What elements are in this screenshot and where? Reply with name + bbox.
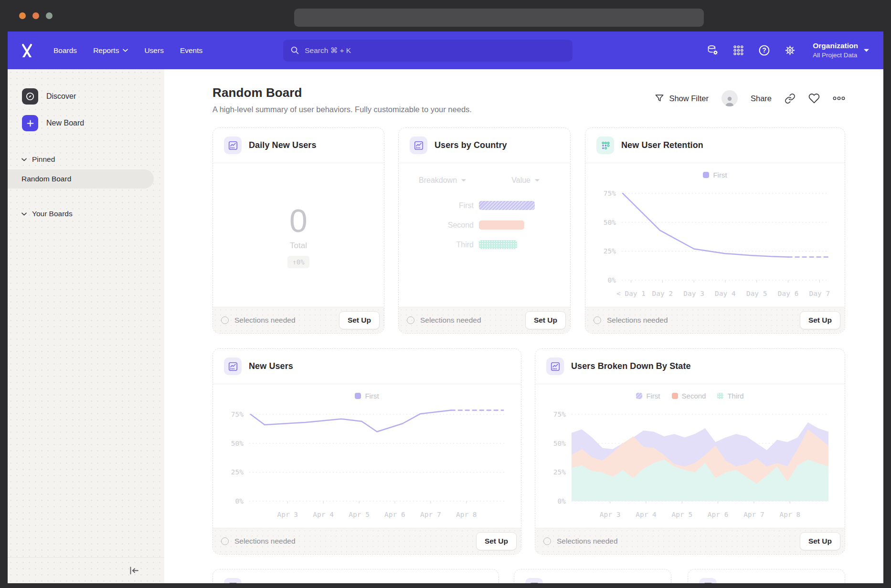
- status-text: Selections needed: [234, 316, 296, 325]
- card-header: Users by Country: [399, 128, 570, 163]
- bar-label: First: [399, 201, 479, 210]
- svg-text:0%: 0%: [235, 497, 244, 505]
- sidebar-section-your-boards[interactable]: Your Boards: [21, 210, 164, 218]
- set-up-button[interactable]: Set Up: [800, 532, 840, 550]
- legend-item: First: [636, 392, 660, 400]
- card-row-2: New Users First 75%50%25%0%Apr 3Apr 4Apr…: [212, 348, 845, 555]
- status-radio-icon: [221, 537, 229, 545]
- retention-chart-body: First 75%50%25%0%< Day 1Day 2Day 3Day 4D…: [585, 163, 845, 307]
- settings-gear-icon[interactable]: [783, 43, 796, 57]
- avatar[interactable]: [721, 90, 738, 106]
- sidebar-item-label: Random Board: [21, 175, 71, 183]
- svg-text:Apr 3: Apr 3: [277, 511, 298, 518]
- horizontal-bar-chart: FirstSecondThird: [399, 201, 570, 249]
- card-title: Users by Country: [435, 140, 507, 150]
- card-users-by-state: Users Broken Down By State FirstSecondTh…: [535, 348, 845, 555]
- svg-text:25%: 25%: [553, 468, 566, 476]
- screen: Boards Reports Users Events: [0, 0, 891, 588]
- set-up-button[interactable]: Set Up: [800, 311, 840, 329]
- svg-text:25%: 25%: [231, 468, 244, 476]
- line-chart-icon: [224, 136, 242, 154]
- sidebar-section-label: Your Boards: [32, 210, 73, 218]
- page-title: Random Board: [212, 85, 472, 100]
- metric-value: 0: [289, 202, 308, 239]
- card-users-by-country: Users by Country Breakdown Value: [398, 127, 571, 334]
- svg-text:50%: 50%: [231, 440, 244, 447]
- sidebar-section-pinned[interactable]: Pinned: [21, 155, 164, 164]
- svg-text:Apr 8: Apr 8: [456, 511, 477, 518]
- value-dropdown-label: Value: [511, 176, 530, 185]
- legend-item: First: [355, 392, 379, 400]
- sidebar-item-new-board[interactable]: New Board: [22, 112, 164, 134]
- search-input[interactable]: [305, 46, 565, 55]
- card-title: New User Retention: [621, 140, 703, 150]
- chevron-down-icon: [864, 49, 869, 52]
- value-dropdown[interactable]: Value: [511, 176, 540, 185]
- line-chart-icon: [224, 357, 242, 375]
- nav-item-reports[interactable]: Reports: [85, 42, 136, 60]
- sidebar-item-random-board[interactable]: Random Board: [8, 169, 154, 189]
- nav-item-boards[interactable]: Boards: [45, 42, 85, 60]
- traffic-light-zoom[interactable]: [46, 12, 53, 19]
- card-stacked-line-graph: Stacked Line Graph: [212, 569, 499, 583]
- collapse-sidebar-icon[interactable]: [128, 566, 139, 575]
- more-options-icon[interactable]: [833, 96, 845, 101]
- stacked-area-chart-body: FirstSecondThird 75%50%25%0%Apr 3Apr 4Ap…: [535, 384, 845, 528]
- chevron-down-icon: [21, 212, 27, 216]
- bar-row: Second: [399, 220, 570, 230]
- org-switcher[interactable]: Organization All Project Data: [813, 41, 869, 60]
- svg-text:Apr 6: Apr 6: [708, 511, 729, 518]
- svg-text:75%: 75%: [553, 410, 566, 418]
- card-title: Daily New Users: [249, 140, 317, 150]
- svg-text:Day 4: Day 4: [715, 290, 736, 297]
- chart-legend: First: [585, 171, 845, 179]
- board-actions: Show Filter Share: [655, 85, 845, 106]
- copy-link-icon[interactable]: [785, 93, 796, 104]
- svg-text:75%: 75%: [231, 410, 244, 418]
- set-up-button[interactable]: Set Up: [476, 532, 517, 550]
- line-chart-icon: [699, 578, 717, 583]
- traffic-light-minimize[interactable]: [32, 12, 39, 19]
- address-bar[interactable]: [294, 9, 704, 27]
- set-up-button[interactable]: Set Up: [525, 311, 566, 329]
- traffic-light-close[interactable]: [19, 12, 26, 19]
- app-layout: Discover New Board Pinned Random Board: [8, 69, 883, 583]
- nav-item-users[interactable]: Users: [136, 42, 171, 60]
- show-filter-label: Show Filter: [669, 94, 709, 103]
- card-header: Daily New Users: [213, 128, 384, 163]
- mixpanel-logo-icon[interactable]: [20, 43, 34, 57]
- breakdown-dropdown[interactable]: Breakdown: [419, 176, 466, 185]
- line-chart-icon: [525, 578, 543, 583]
- set-up-button[interactable]: Set Up: [339, 311, 380, 329]
- show-filter-button[interactable]: Show Filter: [655, 94, 709, 103]
- apps-grid-icon[interactable]: [732, 43, 745, 57]
- global-search[interactable]: [283, 40, 573, 62]
- nav-item-events[interactable]: Events: [172, 42, 211, 60]
- card-title: Stacked Line Graph: [249, 582, 330, 583]
- svg-text:Day 3: Day 3: [683, 290, 704, 297]
- card-footer: Selections needed Set Up: [399, 307, 570, 333]
- sidebar-item-discover[interactable]: Discover: [22, 85, 164, 107]
- status-radio-icon: [594, 316, 601, 324]
- sidebar-collapse-bar: [8, 557, 164, 583]
- status-radio-icon: [407, 316, 414, 324]
- nav-item-users-label: Users: [144, 46, 163, 55]
- favorite-heart-icon[interactable]: [808, 93, 820, 104]
- share-button[interactable]: Share: [751, 94, 772, 103]
- retention-line-chart: 75%50%25%0%< Day 1Day 2Day 3Day 4Day 5Da…: [592, 180, 837, 299]
- legend-swatch: [636, 393, 642, 399]
- data-management-icon[interactable]: [706, 43, 719, 57]
- card-header: New Users: [213, 349, 521, 384]
- help-icon[interactable]: ?: [757, 43, 771, 57]
- org-text: Organization All Project Data: [813, 41, 858, 60]
- legend-item: Second: [672, 392, 706, 400]
- card-header: Stacked Line Graph: [213, 569, 499, 583]
- svg-text:Apr 3: Apr 3: [600, 511, 621, 518]
- card-row-3: Stacked Line Graph Insights Report: [212, 569, 845, 583]
- breakdown-dropdown-label: Breakdown: [419, 176, 457, 185]
- bar-row: First: [399, 201, 570, 210]
- status-text: Selections needed: [234, 537, 296, 546]
- svg-text:25%: 25%: [604, 247, 616, 255]
- legend-swatch: [703, 172, 709, 178]
- board-header: Random Board A high-level summary of use…: [212, 85, 845, 114]
